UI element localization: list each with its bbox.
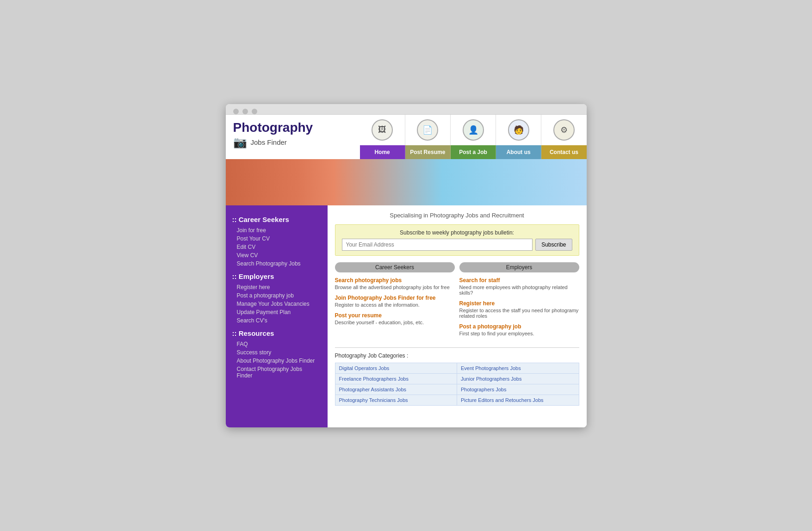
sidebar-search-cvs[interactable]: Search CV's <box>226 316 328 325</box>
browser-chrome <box>226 104 587 115</box>
cat-row: Photographer Assistants Jobs Photographe… <box>335 384 579 395</box>
nav-home[interactable]: Home <box>360 145 405 159</box>
nav-area: 🖼 📄 👤 🧑 ⚙ Home <box>360 115 587 159</box>
content-area: :: Career Seekers Join for free Post You… <box>226 205 587 427</box>
sidebar-success-story[interactable]: Success story <box>226 348 328 357</box>
cat-row: Digital Operators Jobs Event Photographe… <box>335 363 579 374</box>
icon-nav-home[interactable]: 🖼 <box>360 115 405 145</box>
cat-photographers[interactable]: Photographers Jobs <box>457 384 579 395</box>
sidebar-career-title: :: Career Seekers <box>226 211 328 226</box>
sidebar: :: Career Seekers Join for free Post You… <box>226 205 328 427</box>
hero-overlay <box>226 159 587 205</box>
sidebar-post-photo-job[interactable]: Post a photography job <box>226 291 328 300</box>
employers-col: Employers Search for staff Need more emp… <box>459 262 579 341</box>
two-col-section: Career Seekers Search photography jobs B… <box>335 262 579 341</box>
post-job-icon: 👤 <box>463 119 484 141</box>
about-icon: 🧑 <box>508 119 529 141</box>
home-icon: 🖼 <box>372 119 393 141</box>
employers-header: Employers <box>459 262 579 272</box>
cat-row: Freelance Photographers Jobs Junior Phot… <box>335 374 579 384</box>
search-staff-link[interactable]: Search for staff <box>459 277 579 284</box>
subscribe-label: Subscribe to weekly photography jobs bul… <box>342 229 572 236</box>
browser-dot-green <box>252 109 257 114</box>
post-photo-job-desc: First step to find your employees. <box>459 331 579 336</box>
browser-dot-red <box>233 109 239 114</box>
icon-nav-resume[interactable]: 📄 <box>405 115 450 145</box>
sidebar-post-cv[interactable]: Post Your CV <box>226 235 328 243</box>
cat-event-photographers[interactable]: Event Photographers Jobs <box>457 363 579 373</box>
site-wrapper: Photography 📷 Jobs Finder 🖼 📄 👤 <box>226 115 587 427</box>
sidebar-faq[interactable]: FAQ <box>226 340 328 348</box>
cat-junior-photographers[interactable]: Junior Photographers Jobs <box>457 374 579 384</box>
cat-digital-operators[interactable]: Digital Operators Jobs <box>335 363 458 373</box>
subscribe-row: Subscribe <box>342 239 572 251</box>
sidebar-view-cv[interactable]: View CV <box>226 251 328 259</box>
sidebar-contact-finder[interactable]: Contact Photography Jobs Finder <box>226 365 328 380</box>
cat-picture-editors[interactable]: Picture Editors and Retouchers Jobs <box>457 395 579 405</box>
join-finder-desc: Register to access all the information. <box>335 302 455 308</box>
icon-nav-about[interactable]: 🧑 <box>496 115 541 145</box>
subscribe-box: Subscribe to weekly photography jobs bul… <box>335 224 579 256</box>
employer-register-link[interactable]: Register here <box>459 300 579 307</box>
resume-icon: 📄 <box>417 119 438 141</box>
career-seekers-col: Career Seekers Search photography jobs B… <box>335 262 455 341</box>
browser-window: Photography 📷 Jobs Finder 🖼 📄 👤 <box>226 104 587 427</box>
nav-about[interactable]: About us <box>496 145 541 159</box>
sidebar-about-finder[interactable]: About Photography Jobs Finder <box>226 357 328 365</box>
cat-photo-assistants[interactable]: Photographer Assistants Jobs <box>335 384 458 395</box>
join-finder-link[interactable]: Join Photography Jobs Finder for free <box>335 295 455 301</box>
logo-title: Photography <box>233 121 353 134</box>
hero-image <box>226 159 587 205</box>
main-nav: Home Post Resume Post a Job About us Con… <box>360 145 587 159</box>
cat-photo-technicians[interactable]: Photography Technicians Jobs <box>335 395 458 405</box>
post-photo-job-link[interactable]: Post a photography job <box>459 323 579 330</box>
cat-freelance-photographers[interactable]: Freelance Photographers Jobs <box>335 374 458 384</box>
icon-nav-contact[interactable]: ⚙ <box>541 115 586 145</box>
search-staff-desc: Need more employees with photography rel… <box>459 284 579 296</box>
divider <box>335 347 579 348</box>
post-resume-link[interactable]: Post your resume <box>335 312 455 319</box>
site-header: Photography 📷 Jobs Finder 🖼 📄 👤 <box>226 115 587 159</box>
sidebar-register[interactable]: Register here <box>226 283 328 291</box>
sidebar-resources-title: :: Resources <box>226 325 328 340</box>
sidebar-search-jobs[interactable]: Search Photography Jobs <box>226 259 328 268</box>
camera-icon: 📷 <box>233 136 247 149</box>
categories-title: Photography Job Categories : <box>335 352 579 359</box>
browser-dot-yellow <box>242 109 248 114</box>
icon-nav: 🖼 📄 👤 🧑 ⚙ <box>360 115 587 145</box>
sidebar-join-free[interactable]: Join for free <box>226 226 328 235</box>
contact-icon: ⚙ <box>553 119 575 141</box>
logo-subtitle-text: Jobs Finder <box>251 138 287 146</box>
post-resume-desc: Describe yourself - education, jobs, etc… <box>335 320 455 325</box>
employer-register-desc: Register to access the staff you need fo… <box>459 308 579 319</box>
categories-grid: Digital Operators Jobs Event Photographe… <box>335 363 579 406</box>
tagline: Specialising in Photography Jobs and Rec… <box>335 212 579 219</box>
main-content: Specialising in Photography Jobs and Rec… <box>328 205 587 427</box>
logo-subtitle: 📷 Jobs Finder <box>233 136 353 149</box>
subscribe-button[interactable]: Subscribe <box>535 239 572 251</box>
icon-nav-job[interactable]: 👤 <box>450 115 496 145</box>
cat-row: Photography Technicians Jobs Picture Edi… <box>335 395 579 405</box>
nav-contact[interactable]: Contact us <box>541 145 586 159</box>
sidebar-manage-vacancies[interactable]: Manage Your Jobs Vacancies <box>226 300 328 308</box>
search-photo-jobs-link[interactable]: Search photography jobs <box>335 277 455 284</box>
email-input[interactable] <box>342 239 533 251</box>
sidebar-edit-cv[interactable]: Edit CV <box>226 243 328 251</box>
logo-area: Photography 📷 Jobs Finder <box>226 115 360 159</box>
search-photo-jobs-desc: Browse all the advertised photography jo… <box>335 284 455 290</box>
sidebar-employers-title: :: Employers <box>226 268 328 283</box>
sidebar-update-payment[interactable]: Update Payment Plan <box>226 308 328 316</box>
nav-post-resume[interactable]: Post Resume <box>405 145 451 159</box>
career-seekers-header: Career Seekers <box>335 262 455 272</box>
nav-post-job[interactable]: Post a Job <box>451 145 496 159</box>
